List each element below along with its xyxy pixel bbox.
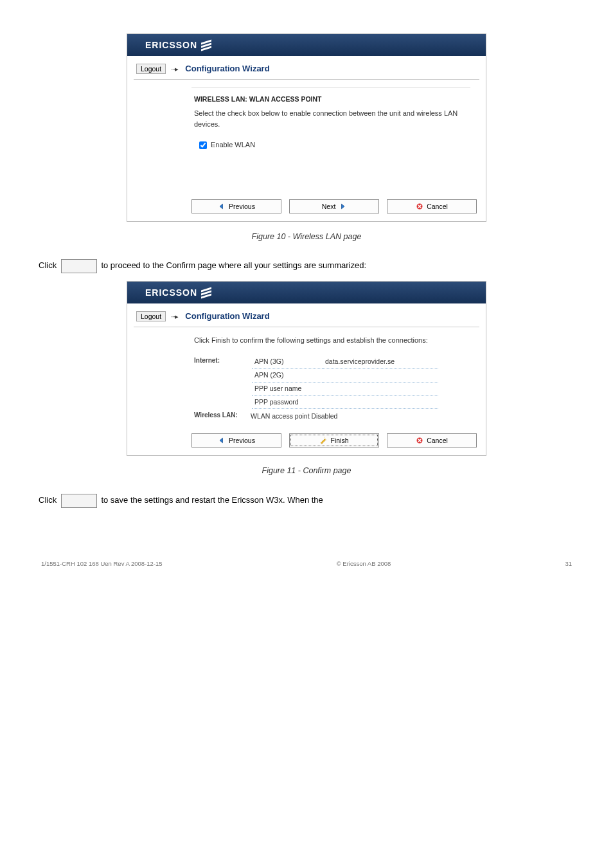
cancel-icon xyxy=(416,437,423,444)
wlan-value: WLAN access point Disabled xyxy=(248,410,340,423)
finish-button[interactable]: Finish xyxy=(289,433,379,448)
footer-left: 1/1551-CRH 102 168 Uen Rev A 2008-12-15 xyxy=(41,559,163,568)
content-area: WIRELESS LAN: WLAN ACCESS POINT Select t… xyxy=(191,80,479,195)
page-number: 31 xyxy=(565,559,572,568)
previous-button[interactable]: Previous xyxy=(191,199,281,213)
document-body: ERICSSON Logout ···▸ Configuration Wizar… xyxy=(39,33,574,568)
brand-text: ERICSSON xyxy=(145,39,197,52)
previous-button[interactable]: Previous xyxy=(191,433,281,448)
next-button-placeholder xyxy=(61,259,97,273)
enable-wlan-checkbox[interactable] xyxy=(199,141,207,149)
topbar: Logout ···▸ Configuration Wizard xyxy=(134,307,479,327)
content-area: Click Finish to confirm the following se… xyxy=(191,327,479,429)
brand-text: ERICSSON xyxy=(145,286,197,300)
page-title: Configuration Wizard xyxy=(185,62,269,75)
summary-row: APN (3G)data.serviceprovider.se xyxy=(252,356,438,369)
app-header: ERICSSON xyxy=(127,34,486,56)
finish-button-placeholder xyxy=(61,494,97,508)
logout-button[interactable]: Logout xyxy=(136,64,166,74)
cancel-icon xyxy=(416,203,423,210)
wizard-nav: Previous Finish Cancel xyxy=(134,429,479,449)
section-heading: WIRELESS LAN: WLAN ACCESS POINT xyxy=(194,95,470,105)
cancel-button[interactable]: Cancel xyxy=(387,199,477,213)
wizard-step-icon: ···▸ xyxy=(171,64,178,75)
summary-row: APN (2G) xyxy=(252,369,438,383)
arrow-left-icon xyxy=(218,437,226,444)
body-paragraph: Click to proceed to the Confirm page whe… xyxy=(39,259,574,273)
internet-label: Internet: xyxy=(194,356,245,365)
body-paragraph: Click to save the settings and restart t… xyxy=(39,494,574,508)
enable-wlan-label: Enable WLAN xyxy=(211,140,255,150)
confirm-description: Click Finish to confirm the following se… xyxy=(194,335,470,346)
wlan-summary: Wireless LAN: WLAN access point Disabled xyxy=(194,410,470,423)
wizard-step-icon: ···▸ xyxy=(171,311,178,322)
ericsson-logo-icon xyxy=(201,41,211,50)
wlan-label: Wireless LAN: xyxy=(194,410,245,420)
topbar: Logout ···▸ Configuration Wizard xyxy=(134,60,479,80)
enable-wlan-field[interactable]: Enable WLAN xyxy=(199,140,470,150)
summary-row: PPP password xyxy=(252,396,438,410)
app-header: ERICSSON xyxy=(127,282,486,303)
arrow-left-icon xyxy=(218,203,226,210)
cancel-button[interactable]: Cancel xyxy=(387,433,477,448)
summary-row: PPP user name xyxy=(252,383,438,396)
config-wizard-window-wlan: ERICSSON Logout ···▸ Configuration Wizar… xyxy=(127,33,486,222)
logout-button[interactable]: Logout xyxy=(136,311,166,321)
footer-right: © Ericsson AB 2008 xyxy=(337,559,391,568)
page-title: Configuration Wizard xyxy=(185,310,269,323)
internet-summary: Internet: APN (3G)data.serviceprovider.s… xyxy=(194,356,470,423)
next-button[interactable]: Next xyxy=(289,199,379,213)
wizard-nav: Previous Next Cancel xyxy=(134,195,479,215)
section-description: Select the check box below to enable con… xyxy=(194,108,470,129)
ericsson-logo-icon xyxy=(201,288,211,297)
arrow-right-icon xyxy=(339,203,346,210)
page-footer: 1/1551-CRH 102 168 Uen Rev A 2008-12-15 … xyxy=(39,559,574,568)
figure-caption: Figure 11 - Confirm page xyxy=(39,465,574,477)
wand-icon xyxy=(319,437,327,444)
config-wizard-window-confirm: ERICSSON Logout ···▸ Configuration Wizar… xyxy=(127,281,486,456)
figure-caption: Figure 10 - Wireless LAN page xyxy=(39,231,574,243)
